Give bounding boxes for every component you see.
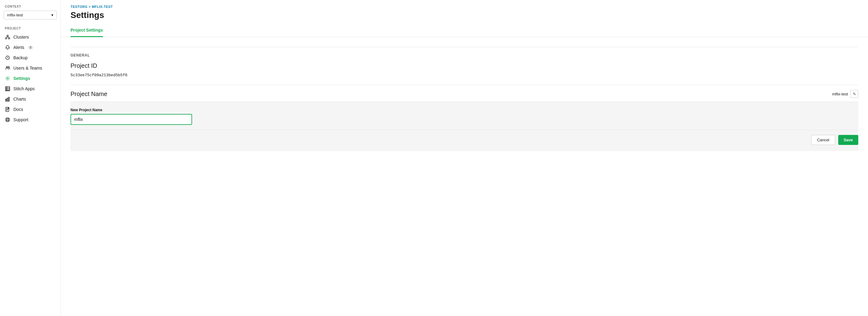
cluster-icon bbox=[5, 34, 10, 40]
sidebar-item-label: Stitch Apps bbox=[13, 86, 35, 91]
svg-point-6 bbox=[6, 67, 8, 68]
sidebar-item-label: Settings bbox=[13, 76, 30, 81]
gear-icon bbox=[5, 76, 10, 81]
general-divider bbox=[70, 47, 858, 47]
chevron-down-icon: ▾ bbox=[51, 13, 54, 17]
sidebar: CONTEXT mflix-test ▾ PROJECT Clusters Al… bbox=[0, 0, 61, 316]
sidebar-item-label: Users & Teams bbox=[13, 66, 42, 70]
docs-icon bbox=[5, 107, 10, 112]
main-header: TESTORG > MFLIX-TEST Settings bbox=[61, 0, 868, 20]
form-actions: Cancel Save bbox=[70, 130, 858, 145]
project-id-value: 5c33ee75cf09a213bed5b5f6 bbox=[70, 73, 858, 77]
project-name-current-value: mflix-test ✎ bbox=[832, 90, 858, 98]
breadcrumb-project: MFLIX-TEST bbox=[92, 5, 113, 8]
svg-rect-14 bbox=[5, 99, 6, 101]
sidebar-item-users-teams[interactable]: Users & Teams bbox=[0, 63, 60, 73]
save-button[interactable]: Save bbox=[838, 135, 858, 145]
sidebar-item-label: Charts bbox=[13, 97, 26, 101]
svg-line-24 bbox=[6, 120, 7, 121]
svg-line-4 bbox=[8, 37, 9, 38]
sidebar-item-alerts[interactable]: Alerts 0 bbox=[0, 42, 60, 53]
alerts-badge: 0 bbox=[28, 45, 33, 50]
cancel-button[interactable]: Cancel bbox=[811, 135, 835, 145]
sidebar-item-label: Alerts bbox=[13, 45, 24, 50]
breadcrumb-org: TESTORG bbox=[70, 5, 88, 8]
main-content: TESTORG > MFLIX-TEST Settings Project Se… bbox=[61, 0, 868, 316]
section-general-label: General bbox=[70, 53, 858, 57]
context-select[interactable]: mflix-test ▾ bbox=[4, 11, 57, 20]
sidebar-item-docs[interactable]: Docs bbox=[0, 104, 60, 115]
project-label: PROJECT bbox=[0, 24, 60, 32]
svg-point-0 bbox=[7, 35, 8, 37]
project-name-title: Project Name bbox=[70, 91, 107, 98]
tab-project-settings[interactable]: Project Settings bbox=[70, 24, 103, 37]
sidebar-item-label: Clusters bbox=[13, 35, 29, 39]
svg-rect-15 bbox=[7, 98, 8, 101]
project-name-divider bbox=[70, 85, 858, 85]
sidebar-item-label: Support bbox=[13, 117, 28, 122]
project-id-title: Project ID bbox=[70, 62, 858, 69]
context-value: mflix-test bbox=[7, 13, 23, 17]
svg-line-3 bbox=[6, 37, 8, 38]
users-icon bbox=[5, 65, 10, 71]
edit-project-name-button[interactable]: ✎ bbox=[850, 90, 858, 98]
svg-line-26 bbox=[6, 118, 7, 119]
tabs-bar: Project Settings bbox=[61, 24, 868, 37]
svg-point-1 bbox=[5, 38, 7, 39]
charts-icon bbox=[5, 96, 10, 102]
sidebar-item-stitch-apps[interactable]: Stitch Apps bbox=[0, 84, 60, 94]
breadcrumb: TESTORG > MFLIX-TEST bbox=[70, 5, 858, 8]
sidebar-item-label: Backup bbox=[13, 55, 28, 60]
page-title: Settings bbox=[70, 10, 858, 20]
table-icon bbox=[5, 86, 10, 91]
sidebar-item-charts[interactable]: Charts bbox=[0, 94, 60, 104]
new-project-name-input[interactable] bbox=[70, 114, 192, 125]
svg-rect-16 bbox=[8, 97, 9, 101]
form-field-label: New Project Name bbox=[70, 108, 858, 112]
sidebar-item-settings[interactable]: Settings bbox=[0, 73, 60, 84]
bell-icon bbox=[5, 45, 10, 50]
sidebar-item-support[interactable]: Support bbox=[0, 115, 60, 125]
breadcrumb-separator: > bbox=[88, 5, 92, 8]
svg-point-2 bbox=[8, 38, 10, 39]
edit-project-name-form: New Project Name Cancel Save bbox=[70, 101, 858, 151]
sidebar-item-backup[interactable]: Backup bbox=[0, 53, 60, 63]
sidebar-item-label: Docs bbox=[13, 107, 23, 112]
svg-line-23 bbox=[8, 118, 9, 119]
project-id-section: Project ID 5c33ee75cf09a213bed5b5f6 bbox=[70, 62, 858, 77]
content-area: General Project ID 5c33ee75cf09a213bed5b… bbox=[61, 37, 868, 316]
svg-point-7 bbox=[8, 67, 9, 68]
backup-icon bbox=[5, 55, 10, 60]
context-label: CONTEXT bbox=[0, 5, 60, 11]
svg-line-25 bbox=[8, 120, 9, 121]
project-name-text: mflix-test bbox=[832, 92, 848, 96]
project-name-section: Project Name mflix-test ✎ bbox=[70, 90, 858, 98]
svg-point-8 bbox=[7, 78, 8, 79]
support-icon bbox=[5, 117, 10, 122]
pencil-icon: ✎ bbox=[853, 92, 856, 96]
sidebar-item-clusters[interactable]: Clusters bbox=[0, 32, 60, 42]
